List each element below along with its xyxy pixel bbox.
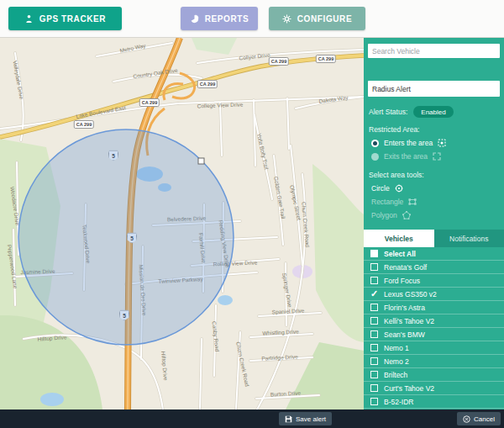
alert-name-input[interactable] bbox=[368, 81, 500, 97]
vehicle-name: Select All bbox=[384, 250, 416, 258]
tool-polygon[interactable]: Polygon bbox=[371, 209, 496, 222]
gps-tracker-icon bbox=[24, 14, 34, 24]
vehicle-checkbox[interactable] bbox=[370, 277, 378, 284]
gps-tracker-label: GPS TRACKER bbox=[39, 14, 106, 24]
restricted-area-label: Restricted Area: bbox=[369, 125, 499, 134]
vehicle-name: B-52-IDR bbox=[384, 398, 413, 406]
vehicle-checkbox[interactable] bbox=[370, 384, 378, 392]
vehicle-name: Lexus GS350 v2 bbox=[384, 290, 437, 299]
vehicle-checkbox[interactable] bbox=[370, 344, 378, 351]
radio-selected-icon[interactable] bbox=[371, 140, 379, 147]
enters-area-option-label: Enters the area bbox=[384, 139, 433, 147]
radio-unselected-icon[interactable] bbox=[371, 153, 379, 161]
vehicle-list: Select All Renata's Golf Ford Focus ✓ Le… bbox=[364, 247, 504, 409]
vehicle-checkbox[interactable] bbox=[370, 330, 378, 338]
cancel-icon bbox=[463, 415, 470, 423]
vehicle-row[interactable]: Florin's Astra bbox=[364, 301, 504, 314]
vehicle-row[interactable]: Curt's Tahoe V2 bbox=[364, 382, 504, 395]
vehicle-checkbox[interactable] bbox=[370, 371, 378, 378]
vehicle-row[interactable]: Ford Focus bbox=[364, 274, 504, 288]
top-nav: GPS TRACKER REPORTS CONFIGURE bbox=[0, 0, 504, 38]
gps-tracker-tab[interactable]: GPS TRACKER bbox=[8, 7, 122, 30]
alert-sidebar: Alert Status: Enabled Restricted Area: E… bbox=[364, 38, 504, 410]
reports-tab[interactable]: REPORTS bbox=[181, 7, 258, 30]
rectangle-tool-icon bbox=[408, 198, 417, 206]
vehicle-checkbox[interactable]: ✓ bbox=[370, 290, 378, 298]
sidebar-tabs: Vehicles Notifications bbox=[364, 230, 504, 247]
reports-icon bbox=[190, 14, 199, 24]
configure-icon bbox=[282, 14, 291, 24]
vehicle-checkbox[interactable] bbox=[370, 250, 378, 257]
vehicle-name: Kelli's Tahoe V2 bbox=[384, 317, 434, 325]
vehicle-name: Renata's Golf bbox=[384, 263, 427, 272]
radio-exits-area[interactable]: Exits the area bbox=[371, 150, 496, 163]
save-alert-label: Save alert bbox=[296, 415, 326, 423]
circle-tool-label: Circle bbox=[371, 184, 390, 193]
radio-enters-area[interactable]: Enters the area bbox=[371, 136, 496, 150]
tab-notifications[interactable]: Notifications bbox=[434, 230, 504, 247]
alert-status-row: Alert Status: Enabled bbox=[369, 106, 499, 118]
exit-area-icon bbox=[433, 152, 441, 161]
vehicle-row[interactable]: Nemo 1 bbox=[364, 341, 504, 355]
vehicle-name: Curt's Tahoe V2 bbox=[384, 384, 434, 393]
enter-area-icon bbox=[438, 139, 446, 147]
vehicle-row[interactable]: Sean's BMW bbox=[364, 328, 504, 341]
vehicle-row[interactable]: Kelli's Tahoe V2 bbox=[364, 314, 504, 328]
tool-rectangle[interactable]: Rectangle bbox=[371, 195, 496, 209]
circle-tool-icon bbox=[395, 184, 403, 193]
vehicle-name: Ford Focus bbox=[384, 277, 420, 285]
vehicle-row[interactable]: ✓ Lexus GS350 v2 bbox=[364, 288, 504, 301]
vehicle-row[interactable]: Briltech bbox=[364, 368, 504, 382]
vehicle-checkbox[interactable] bbox=[370, 304, 378, 311]
tab-vehicles[interactable]: Vehicles bbox=[364, 230, 434, 247]
rectangle-tool-label: Rectangle bbox=[371, 198, 403, 206]
area-tools-label: Select area tools: bbox=[369, 171, 499, 179]
polygon-tool-icon bbox=[402, 211, 411, 219]
vehicle-name: Briltech bbox=[384, 371, 407, 379]
polygon-tool-label: Polygon bbox=[371, 211, 397, 219]
vehicle-row[interactable]: Nemo 2 bbox=[364, 355, 504, 368]
circle-resize-handle[interactable] bbox=[198, 158, 204, 164]
configure-tab[interactable]: CONFIGURE bbox=[269, 7, 365, 30]
save-icon bbox=[285, 415, 292, 423]
vehicle-row[interactable]: Select All bbox=[364, 247, 504, 261]
vehicle-name: Florin's Astra bbox=[384, 304, 425, 312]
tool-circle[interactable]: Circle bbox=[371, 182, 496, 195]
alert-status-label: Alert Status: bbox=[369, 108, 407, 116]
search-vehicle-input[interactable] bbox=[368, 44, 500, 58]
gps-tracker-app: GPS TRACKER REPORTS CONFIGURE bbox=[0, 0, 504, 428]
vehicle-checkbox[interactable] bbox=[370, 357, 378, 365]
vehicle-row[interactable]: Renata's Golf bbox=[364, 261, 504, 274]
configure-label: CONFIGURE bbox=[297, 14, 352, 24]
cancel-button[interactable]: Cancel bbox=[457, 412, 501, 425]
vehicle-checkbox[interactable] bbox=[370, 317, 378, 325]
vehicle-name: Nemo 1 bbox=[384, 344, 409, 352]
vehicle-name: Nemo 2 bbox=[384, 357, 409, 366]
save-alert-button[interactable]: Save alert bbox=[279, 412, 332, 425]
vehicle-checkbox[interactable] bbox=[370, 398, 378, 405]
exits-area-option-label: Exits the area bbox=[384, 152, 428, 161]
bottom-action-bar: Save alert Cancel bbox=[0, 410, 504, 428]
cancel-label: Cancel bbox=[474, 415, 495, 423]
reports-label: REPORTS bbox=[205, 14, 249, 24]
alert-area-overlay bbox=[0, 38, 364, 410]
vehicle-name: Sean's BMW bbox=[384, 330, 425, 339]
map-canvas[interactable]: Valleydale DriveMetro WayCountry Oak Dri… bbox=[0, 38, 364, 410]
alert-status-toggle[interactable]: Enabled bbox=[413, 106, 453, 118]
vehicle-checkbox[interactable] bbox=[370, 263, 378, 271]
vehicle-row[interactable]: B-52-IDR bbox=[364, 395, 504, 409]
